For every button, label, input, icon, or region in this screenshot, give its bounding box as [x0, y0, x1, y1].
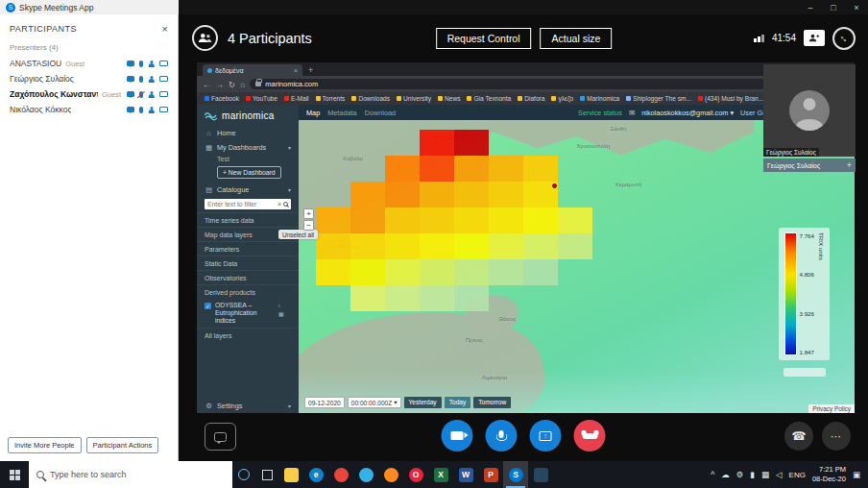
participant-row[interactable]: ANASTASIOU Guest: [0, 56, 178, 71]
fullscreen-button[interactable]: ↔: [832, 27, 856, 50]
bookmark-item[interactable]: γλεζο: [551, 95, 573, 102]
layer-checkbox-row[interactable]: ✓ ODYSSEA – Eutrophication indices i ▦: [197, 299, 299, 328]
share-screen-button[interactable]: ↑: [530, 420, 562, 451]
yesterday-button[interactable]: Yesterday: [404, 397, 442, 408]
clear-filter-icon[interactable]: ×: [277, 201, 281, 207]
video-button[interactable]: [442, 420, 473, 451]
task-view-icon[interactable]: [255, 461, 278, 488]
grid-icon[interactable]: ▦: [278, 310, 284, 317]
sidebar-item-settings[interactable]: ⚙ Settings ▾: [197, 399, 299, 413]
participant-row[interactable]: Ζαχόπουλος Κωνσταντίν... Guest: [0, 86, 178, 102]
search-icon[interactable]: [283, 202, 288, 207]
unselect-all-button[interactable]: Unselect all: [278, 230, 318, 239]
tray-icon[interactable]: ⚙: [736, 470, 744, 479]
participant-row[interactable]: Νικόλαος Κόκκος: [0, 102, 178, 117]
cortana-icon[interactable]: [232, 461, 255, 488]
minimize-button[interactable]: –: [799, 0, 822, 14]
pop-out-video-button[interactable]: [804, 30, 825, 46]
sidebar-item-test[interactable]: Test: [197, 155, 299, 164]
tray-icon[interactable]: ^: [711, 470, 714, 479]
taskbar-app-icon[interactable]: S: [503, 461, 528, 488]
account-menu[interactable]: nikolaoskokkos@gmail.com ▾: [641, 109, 734, 117]
taskbar-search[interactable]: Type here to search: [29, 461, 232, 488]
bookmark-item[interactable]: Torrents: [316, 95, 346, 102]
taskbar-app-icon[interactable]: X: [428, 461, 453, 488]
section-all-layers[interactable]: All layers: [197, 328, 299, 342]
panel-close-icon[interactable]: ×: [162, 23, 168, 35]
date-input[interactable]: 09-12-2020: [304, 397, 345, 408]
language-indicator[interactable]: ENG: [789, 471, 806, 479]
participant-row[interactable]: Γεώργιος Συλαίος: [0, 71, 178, 86]
section-observatories[interactable]: Observatories: [197, 270, 299, 284]
taskbar-app-icon[interactable]: [278, 461, 303, 488]
today-button[interactable]: Today: [445, 397, 471, 408]
tomorrow-button[interactable]: Tomorrow: [473, 397, 511, 408]
taskbar-app-icon[interactable]: e: [303, 461, 328, 488]
time-select[interactable]: 00:00:00.000Z▾: [348, 397, 401, 408]
browser-tab[interactable]: δεδομένα ×: [203, 64, 302, 76]
start-button[interactable]: [0, 461, 29, 488]
pinned-participant-bar[interactable]: Γεώργιος Συλαίος +: [763, 159, 856, 172]
bookmark-item[interactable]: Downloads: [351, 95, 390, 102]
taskbar-app-icon[interactable]: P: [478, 461, 503, 488]
marinomica-logo[interactable]: marinomica: [197, 105, 299, 126]
taskbar-app-icon[interactable]: [328, 461, 353, 488]
bookmark-item[interactable]: Marinomica: [580, 95, 619, 102]
privacy-policy-link[interactable]: Privacy Policy: [808, 404, 855, 413]
taskbar-app-icon[interactable]: W: [453, 461, 478, 488]
section-map-data-layers[interactable]: Map data layers Unselect all: [197, 227, 299, 241]
new-tab-button[interactable]: +: [308, 64, 313, 76]
section-derived-products[interactable]: Derived products: [197, 284, 299, 299]
bookmark-item[interactable]: University: [397, 95, 431, 102]
back-icon[interactable]: ←: [203, 80, 211, 89]
action-center-icon[interactable]: ▣: [853, 470, 860, 479]
close-button[interactable]: ×: [845, 0, 868, 14]
bookmark-item[interactable]: Diafora: [518, 95, 544, 102]
bookmark-item[interactable]: E-Mail: [284, 95, 309, 102]
legend-collapse-chip[interactable]: [784, 368, 826, 377]
bookmark-item[interactable]: News: [438, 95, 461, 102]
zoom-in-button[interactable]: +: [303, 208, 314, 219]
video-thumbnail[interactable]: Γεώργιος Συλαίος Γεώργιος Συλαίος +: [763, 64, 856, 172]
taskbar-app-icon[interactable]: O: [403, 461, 428, 488]
bookmark-item[interactable]: (434) Musi by Bran...: [698, 95, 763, 102]
section-time-series-data[interactable]: Time series data: [197, 212, 299, 227]
tray-icon[interactable]: ▦: [761, 470, 769, 479]
actual-size-button[interactable]: Actual size: [541, 28, 613, 49]
home-icon[interactable]: ⌂: [240, 80, 245, 89]
reload-icon[interactable]: ↻: [229, 80, 235, 89]
nav-download[interactable]: Download: [365, 109, 396, 117]
nav-map[interactable]: Map: [306, 109, 320, 117]
address-bar[interactable]: marinomica.com ☆: [250, 79, 821, 89]
chat-button[interactable]: [205, 423, 236, 451]
catalogue-filter-input[interactable]: [207, 201, 276, 207]
request-control-button[interactable]: Request Control: [436, 28, 532, 49]
tab-close-icon[interactable]: ×: [294, 67, 298, 74]
zoom-out-button[interactable]: −: [303, 220, 314, 231]
more-options-button[interactable]: ⋯: [822, 422, 851, 451]
bookmark-item[interactable]: YouTube: [246, 95, 277, 102]
sidebar-item-home[interactable]: ⌂ Home: [197, 126, 299, 140]
participant-actions-button[interactable]: Participant Actions: [86, 437, 159, 453]
section-static-data[interactable]: Static Data: [197, 256, 299, 270]
taskbar-app-icon[interactable]: [353, 461, 378, 488]
bookmark-item[interactable]: Shiplogger The sm...: [626, 95, 691, 102]
taskbar-app-icon[interactable]: [378, 461, 403, 488]
tray-icon[interactable]: ▮: [750, 470, 755, 479]
sidebar-item-my-dashboards[interactable]: ▦ My Dashboards ▾: [197, 140, 299, 155]
mail-icon[interactable]: ✉: [629, 109, 635, 117]
new-dashboard-button[interactable]: + New Dashboard: [217, 166, 281, 179]
invite-more-people-button[interactable]: Invite More People: [8, 437, 82, 453]
phone-button[interactable]: ☎: [784, 422, 813, 451]
nav-metadata[interactable]: Metadata: [327, 109, 356, 117]
mute-button[interactable]: [486, 420, 518, 451]
forward-icon[interactable]: →: [216, 80, 225, 89]
maximize-button[interactable]: □: [822, 0, 845, 14]
taskbar-clock[interactable]: 7:21 PM 08-Dec-20: [812, 465, 846, 484]
tray-icon[interactable]: ◁: [776, 470, 783, 479]
hang-up-button[interactable]: [574, 420, 606, 451]
checkbox-checked-icon[interactable]: ✓: [205, 303, 211, 309]
tray-icon[interactable]: ☁: [721, 470, 730, 479]
bookmark-item[interactable]: Facebook: [205, 95, 239, 102]
sidebar-item-catalogue[interactable]: ▤ Catalogue ▾: [197, 183, 299, 197]
